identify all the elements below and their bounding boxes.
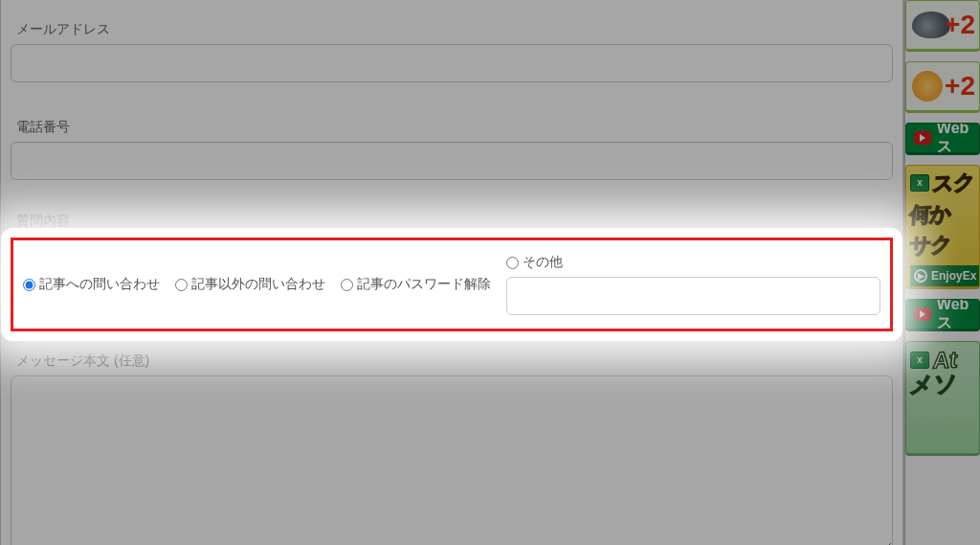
banner-ad-1-line1: スク: [932, 170, 976, 194]
radio-password[interactable]: 記事のパスワード解除: [341, 276, 491, 293]
other-text-input[interactable]: [506, 277, 880, 315]
radio-article[interactable]: 記事への問い合わせ: [23, 276, 160, 293]
phone-input[interactable]: [11, 142, 893, 180]
radio-other-label: その他: [523, 254, 563, 271]
radio-other[interactable]: その他: [506, 254, 880, 271]
excel-icon: x: [910, 352, 929, 369]
banner-ad-1-line3: サク: [909, 234, 953, 258]
question-type-highlight: 記事への問い合わせ 記事以外の問い合わせ 記事のパスワード解除 その他: [11, 238, 893, 331]
youtube-icon: [914, 307, 931, 321]
banner-web-school-1[interactable]: Webス: [905, 123, 980, 155]
banner-web-school-1-label: Webス: [937, 123, 979, 155]
question-type-group: 記事への問い合わせ 記事以外の問い合わせ 記事のパスワード解除 その他: [11, 238, 893, 331]
banner-ad-2-line2: メソ: [909, 371, 980, 397]
banner-ad-1-foot: EnjoyEx: [931, 269, 976, 283]
sidebar: +2 +2 Webス x スク 何か サク ▶ EnjoyEx Webス: [903, 0, 980, 545]
weather-card-1[interactable]: +2: [905, 0, 980, 52]
radio-non-article-label: 記事以外の問い合わせ: [191, 276, 325, 293]
email-input[interactable]: [11, 44, 893, 82]
banner-ad-2[interactable]: x At メソ: [905, 341, 980, 456]
weather-temp-2: +2: [945, 71, 975, 102]
excel-icon: x: [910, 174, 929, 192]
message-textarea[interactable]: [11, 375, 893, 545]
radio-article-label: 記事への問い合わせ: [39, 276, 160, 293]
radio-article-input[interactable]: [23, 279, 35, 291]
radio-non-article[interactable]: 記事以外の問い合わせ: [175, 276, 325, 293]
banner-ad-1-line2: 何か: [909, 202, 952, 226]
youtube-icon: [914, 131, 931, 145]
banner-web-school-2[interactable]: Webス: [905, 299, 980, 331]
banner-ad-1[interactable]: x スク 何か サク ▶ EnjoyEx: [905, 165, 980, 289]
message-label: メッセージ本文 (任意): [16, 352, 893, 370]
radio-password-input[interactable]: [341, 279, 353, 291]
circle-arrow-icon: ▶: [914, 269, 927, 283]
weather-card-2[interactable]: +2: [905, 61, 980, 113]
radio-password-label: 記事のパスワード解除: [357, 276, 491, 293]
weather-temp-1: +2: [945, 10, 975, 40]
radio-non-article-input[interactable]: [175, 279, 188, 291]
banner-web-school-2-label: Webス: [937, 299, 979, 331]
radio-other-input[interactable]: [506, 257, 519, 269]
phone-label: 電話番号: [16, 119, 893, 136]
banner-ad-2-line1: At: [932, 348, 958, 373]
sun-icon: [912, 71, 943, 102]
email-label: メールアドレス: [16, 21, 893, 38]
